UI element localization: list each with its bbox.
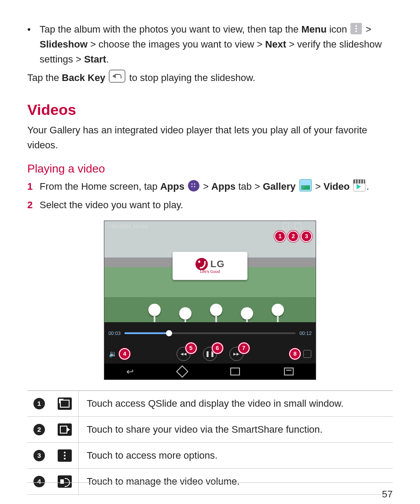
text: > — [203, 181, 211, 192]
legend-text: Touch access QSlide and display the vide… — [78, 391, 393, 416]
decor-lamp — [210, 304, 222, 316]
text: > choose the images you want to view > — [88, 39, 265, 50]
callout-8: 8 — [289, 348, 301, 360]
bold-apps: Apps — [160, 181, 184, 192]
video-progress: 00:03 00:12 — [104, 322, 316, 344]
step-number: 1 — [27, 179, 40, 194]
qslide-icon — [283, 223, 289, 229]
volume-icon — [58, 475, 72, 488]
bullet-slideshow: • Tap the album with the photos you want… — [27, 22, 393, 67]
text: From the Home screen, tap — [40, 181, 160, 192]
share-icon — [295, 223, 301, 229]
step-number: 2 — [27, 198, 40, 213]
video-topbar: ‹ 20140424_161314 ⋮ — [104, 221, 316, 231]
page-number: 57 — [382, 489, 393, 500]
legend-text: Touch to manage the video volume. — [78, 469, 393, 494]
bold-menu: Menu — [301, 24, 326, 35]
legend-badge: 1 — [33, 398, 45, 409]
callout-2: 2 — [287, 231, 299, 242]
callout-6: 6 — [212, 342, 223, 354]
text: Tap the album with the photos you want t… — [40, 24, 301, 35]
volume-icon: 🔉 — [109, 350, 117, 358]
step-content: From the Home screen, tap Apps > Apps ta… — [40, 179, 393, 194]
legend-badge: 2 — [33, 424, 45, 435]
bold-next: Next — [265, 39, 286, 50]
video-filename: ‹ 20140424_161314 — [108, 222, 148, 229]
text: > — [363, 24, 371, 35]
text: > — [315, 181, 324, 192]
legend-row: 1 Touch access QSlide and display the vi… — [27, 391, 393, 417]
bold-video: Video — [324, 181, 350, 192]
legend-row: 4 Touch to manage the video volume. — [27, 469, 393, 495]
smartshare-icon — [58, 423, 72, 436]
heading-playing-video: Playing a video — [27, 162, 393, 176]
bold-slideshow: Slideshow — [40, 39, 88, 50]
device-navbar: ↩ — [104, 364, 316, 379]
legend-table: 1 Touch access QSlide and display the vi… — [27, 390, 393, 495]
line-backkey: Tap the Back Key to stop playing the sli… — [27, 70, 393, 85]
screenshot-wrap: ‹ 20140424_161314 ⋮ LG Life's Good — [27, 221, 393, 380]
text: . — [366, 181, 369, 192]
video-buttons: 🔉 4 ◂◂ 5 ❚❚ 6 ▸▸ 7 — [104, 344, 316, 364]
step-2: 2 Select the video you want to play. — [27, 198, 393, 213]
legend-text: Touch to access more options. — [78, 443, 393, 468]
bullet-marker: • — [27, 22, 40, 67]
nav-back-icon: ↩ — [126, 366, 134, 377]
videos-intro: Your Gallery has an integrated video pla… — [27, 123, 393, 153]
legend-badge: 3 — [33, 450, 45, 461]
progress-bar — [125, 332, 295, 334]
text: to stop playing the slideshow. — [129, 72, 255, 83]
text: icon — [327, 24, 350, 35]
video-frame: ‹ 20140424_161314 ⋮ LG Life's Good — [104, 221, 316, 322]
callout-4: 4 — [119, 348, 130, 360]
legend-text: Touch to share your video via the SmartS… — [78, 417, 393, 442]
text: Tap the — [27, 72, 62, 83]
lg-billboard: LG Life's Good — [173, 252, 247, 280]
topbar-right: ⋮ — [283, 223, 312, 229]
bold-apps-tab: Apps — [211, 181, 236, 192]
legend-row: 3 Touch to access more options. — [27, 443, 393, 469]
step-1: 1 From the Home screen, tap Apps > Apps … — [27, 179, 393, 194]
page: • Tap the album with the photos you want… — [0, 0, 420, 504]
legend-badge: 4 — [33, 476, 45, 487]
more-icon: ⋮ — [307, 223, 312, 229]
apps-icon — [188, 180, 199, 191]
callout-7: 7 — [238, 342, 250, 354]
decor-lamp — [241, 307, 253, 320]
lg-logo-icon — [195, 258, 208, 270]
nav-home-icon — [176, 365, 188, 378]
step-content: Select the video you want to play. — [40, 198, 393, 213]
back-key-icon — [109, 70, 125, 83]
menu-icon — [350, 23, 362, 34]
decor-lamp — [272, 304, 284, 316]
lg-brand-text: LG — [210, 258, 225, 270]
qslide-icon — [58, 397, 72, 410]
callout-1: 1 — [274, 231, 286, 242]
bold-gallery: Gallery — [263, 181, 296, 192]
text: . — [106, 54, 109, 65]
heading-videos: Videos — [27, 101, 393, 118]
callout-5: 5 — [185, 342, 197, 354]
video-icon — [353, 179, 365, 191]
decor-lamp — [179, 307, 192, 320]
lock-icon — [303, 350, 311, 358]
filename-text: 20140424_161314 — [111, 224, 147, 229]
time-total: 00:12 — [295, 331, 316, 336]
callout-3: 3 — [301, 231, 312, 242]
decor-lamp — [148, 304, 161, 316]
nav-recent-icon — [230, 368, 240, 375]
time-elapsed: 00:03 — [104, 331, 125, 336]
bold-backkey: Back Key — [62, 72, 105, 83]
text: tab > — [236, 181, 263, 192]
bold-start: Start — [84, 54, 106, 65]
video-player-screenshot: ‹ 20140424_161314 ⋮ LG Life's Good — [104, 221, 316, 380]
gallery-icon — [299, 179, 312, 191]
more-options-icon — [58, 449, 72, 462]
bullet-content: Tap the album with the photos you want t… — [40, 22, 393, 67]
nav-menu-icon — [284, 368, 294, 375]
legend-row: 2 Touch to share your video via the Smar… — [27, 417, 393, 443]
